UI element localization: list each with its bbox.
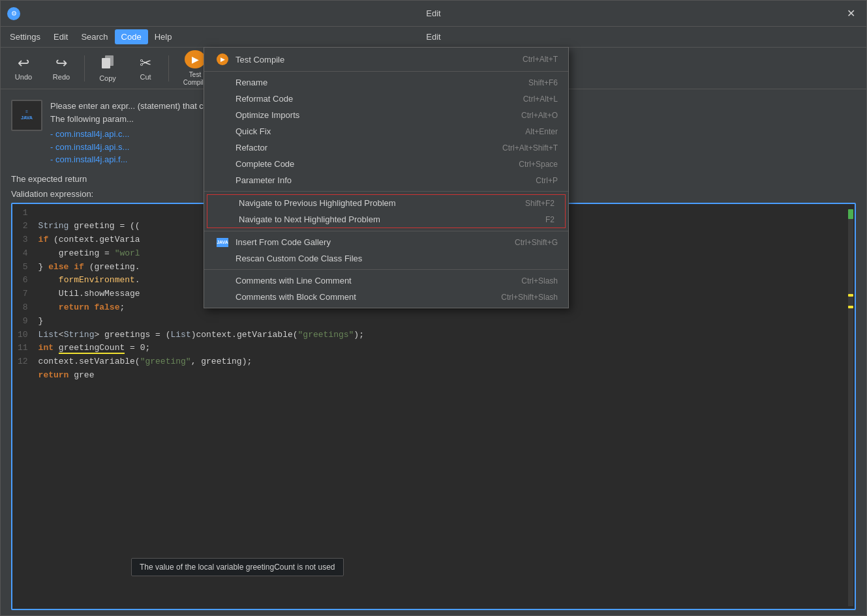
param-info-shortcut: Ctrl+P	[536, 176, 558, 185]
copy-button[interactable]: Copy	[90, 50, 125, 87]
test-compile-menu-icon: ▶	[215, 53, 230, 65]
menu-parameter-info[interactable]: Parameter Info Ctrl+P	[204, 172, 568, 188]
sep-1	[204, 71, 568, 72]
svg-rect-1	[102, 58, 110, 68]
refactor-shortcut: Ctrl+Alt+Shift+T	[502, 143, 558, 153]
navigate-prev-label: Navigate to Previous Highlighted Problem	[239, 198, 499, 208]
close-button[interactable]: ✕	[842, 5, 860, 23]
undo-label: Undo	[15, 73, 32, 81]
cut-label: Cut	[140, 73, 151, 81]
line-comment-label: Comments with Line Comment	[236, 276, 495, 286]
dialog-title: Edit	[25, 8, 842, 18]
quick-fix-label: Quick Fix	[236, 126, 499, 136]
complete-code-label: Complete Code	[236, 159, 493, 169]
navigate-group: Navigate to Previous Highlighted Problem…	[207, 194, 566, 228]
right-gutter	[847, 207, 855, 607]
reformat-label: Reformat Code	[236, 94, 497, 104]
copy-icon	[100, 54, 115, 72]
tooltip: The value of the local variable greeting…	[131, 558, 344, 576]
undo-button[interactable]: ↩ Undo	[6, 50, 41, 87]
sep-3	[204, 231, 568, 231]
block-comment-label: Comments with Block Comment	[236, 292, 475, 302]
insert-gallery-icon: JAVA	[215, 238, 230, 247]
code-dropdown-menu: ▶ Test Compile Ctrl+Alt+T Rename Shift+F…	[204, 47, 569, 308]
app-icon: ⚙	[7, 7, 20, 20]
menu-rename[interactable]: Rename Shift+F6	[204, 74, 568, 91]
toolbar-sep-1	[84, 55, 85, 81]
menu-code[interactable]: Code	[115, 29, 148, 44]
title-bar: ⚙ Edit ✕	[1, 1, 866, 27]
menu-complete-code[interactable]: Complete Code Ctrl+Space	[204, 156, 568, 172]
menu-optimize-imports[interactable]: Optimize Imports Ctrl+Alt+O	[204, 107, 568, 123]
menu-block-comment[interactable]: Comments with Block Comment Ctrl+Shift+S…	[204, 289, 568, 305]
menu-bar: Settings Edit Search Code Help Edit	[1, 27, 866, 48]
block-comment-shortcut: Ctrl+Shift+Slash	[501, 293, 558, 302]
center-edit-label: Edit	[426, 32, 440, 42]
rescan-label: Rescan Custom Code Class Files	[236, 254, 532, 263]
line-comment-shortcut: Ctrl+Slash	[521, 276, 558, 286]
test-compile-label: Test Compile	[236, 55, 496, 65]
menu-navigate-next[interactable]: Navigate to Next Highlighted Problem F2	[207, 211, 565, 227]
complete-code-shortcut: Ctrl+Space	[519, 160, 558, 169]
sep-4	[204, 269, 568, 270]
test-compile-icon: ▶	[185, 50, 205, 68]
toolbar-sep-2	[168, 55, 169, 81]
cut-icon: ✂	[140, 56, 151, 70]
navigate-prev-shortcut: Shift+F2	[525, 199, 555, 208]
optimize-label: Optimize Imports	[236, 110, 495, 120]
rename-shortcut: Shift+F6	[528, 78, 558, 87]
menu-rescan-class-files[interactable]: Rescan Custom Code Class Files	[204, 250, 568, 267]
rename-label: Rename	[236, 78, 502, 87]
menu-search[interactable]: Search	[74, 29, 114, 44]
menu-test-compile[interactable]: ▶ Test Compile Ctrl+Alt+T	[204, 50, 568, 68]
link-3[interactable]: - com.install4j.api.f...	[50, 154, 128, 164]
menu-reformat-code[interactable]: Reformat Code Ctrl+Alt+L	[204, 91, 568, 107]
menu-settings[interactable]: Settings	[3, 29, 47, 44]
redo-label: Redo	[53, 73, 70, 81]
line-numbers: 1 2 3 4 5 6 7 8 9 10 11 12	[12, 207, 33, 607]
svg-text:JAVA: JAVA	[21, 115, 33, 121]
menu-insert-code-gallery[interactable]: JAVA Insert From Code Gallery Ctrl+Shift…	[204, 234, 568, 250]
cut-button[interactable]: ✂ Cut	[128, 50, 163, 87]
refactor-label: Refactor	[236, 143, 476, 153]
java-icon: ≡ JAVA	[11, 100, 42, 131]
quick-fix-shortcut: Alt+Enter	[525, 127, 558, 136]
menu-refactor[interactable]: Refactor Ctrl+Alt+Shift+T	[204, 139, 568, 156]
menu-help[interactable]: Help	[148, 29, 179, 44]
copy-label: Copy	[99, 74, 116, 82]
test-compile-shortcut: Ctrl+Alt+T	[523, 55, 558, 64]
redo-button[interactable]: ↪ Redo	[44, 50, 79, 87]
menu-quick-fix[interactable]: Quick Fix Alt+Enter	[204, 123, 568, 139]
link-1[interactable]: - com.install4j.api.c...	[50, 129, 129, 139]
menu-line-comment[interactable]: Comments with Line Comment Ctrl+Slash	[204, 272, 568, 289]
menu-edit[interactable]: Edit	[47, 29, 74, 44]
insert-gallery-label: Insert From Code Gallery	[236, 237, 489, 247]
reformat-shortcut: Ctrl+Alt+L	[523, 95, 558, 104]
sep-2	[204, 191, 568, 192]
link-2[interactable]: - com.install4j.api.s...	[50, 142, 129, 152]
insert-gallery-shortcut: Ctrl+Shift+G	[515, 238, 558, 247]
navigate-next-shortcut: F2	[545, 215, 555, 224]
menu-navigate-previous[interactable]: Navigate to Previous Highlighted Problem…	[207, 195, 565, 211]
optimize-shortcut: Ctrl+Alt+O	[521, 111, 558, 120]
navigate-next-label: Navigate to Next Highlighted Problem	[239, 214, 519, 224]
param-info-label: Parameter Info	[236, 175, 510, 185]
redo-icon: ↪	[55, 56, 67, 70]
svg-text:≡: ≡	[25, 109, 28, 113]
undo-icon: ↩	[18, 56, 29, 70]
